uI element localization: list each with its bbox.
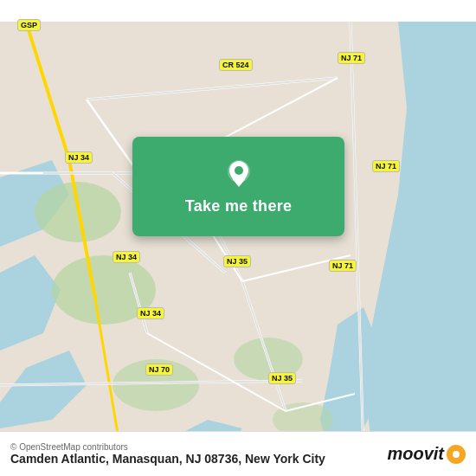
action-card[interactable]: Take me there <box>132 137 344 236</box>
road-badge: NJ 35 <box>268 372 296 384</box>
bottom-bar: © OpenStreetMap contributors Camden Atla… <box>0 431 476 476</box>
moovit-dot-icon <box>447 445 466 464</box>
road-badge: NJ 34 <box>113 251 140 263</box>
road-badge: NJ 34 <box>137 307 164 319</box>
road-badge: NJ 34 <box>65 151 93 164</box>
road-badge: NJ 71 <box>372 160 400 172</box>
location-name: Camden Atlantic, Manasquan, NJ 08736, Ne… <box>10 452 325 466</box>
map-background <box>0 0 476 476</box>
take-me-there-button-label: Take me there <box>185 197 293 215</box>
location-pin-icon <box>222 158 255 190</box>
road-badge: NJ 35 <box>223 255 251 267</box>
svg-point-39 <box>235 166 243 175</box>
road-badge: CR 524 <box>219 59 253 71</box>
road-badge: NJ 71 <box>338 52 365 64</box>
road-badge: NJ 71 <box>329 260 357 272</box>
road-badge: NJ 70 <box>145 363 173 376</box>
road-badge: GSP <box>17 19 41 31</box>
map-container: NJ 71NJ 71NJ 71NJ 34NJ 34NJ 34NJ 35NJ 35… <box>0 0 476 476</box>
osm-credit: © OpenStreetMap contributors <box>10 442 325 452</box>
location-info: © OpenStreetMap contributors Camden Atla… <box>10 442 325 466</box>
moovit-logo: moovit <box>387 444 466 464</box>
moovit-text: moovit <box>387 444 444 464</box>
